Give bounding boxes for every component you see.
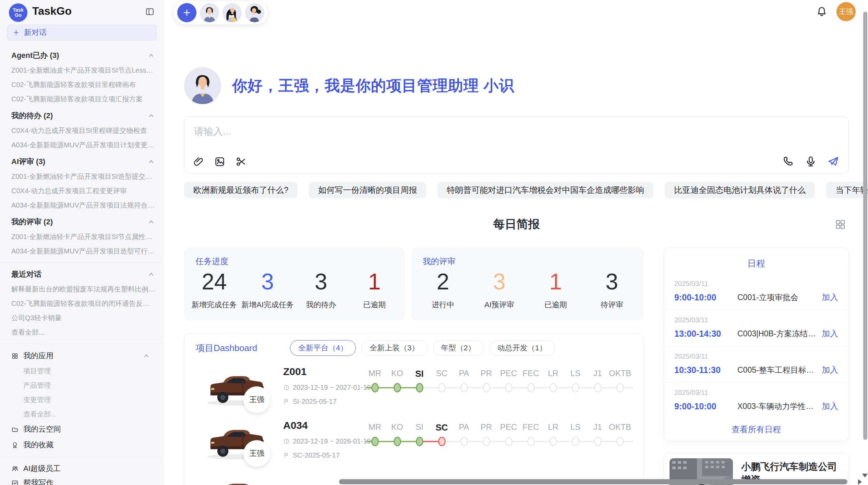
agent-avatar-2[interactable] <box>222 3 242 22</box>
project-code[interactable]: A034 <box>283 420 371 431</box>
send-icon[interactable] <box>827 155 840 167</box>
stat-card-0: 任务进度24新增完成任务3新增AI完成任务3我的待办1已逾期 <box>184 248 405 321</box>
chevron-up-icon[interactable] <box>148 52 155 59</box>
agent-avatar-1[interactable] <box>200 3 219 22</box>
suggestion-chip[interactable]: 当下年轻人对汽车外观有怎样的喜好趋势 <box>826 182 868 198</box>
dashboard-tab[interactable]: 年型（2） <box>433 340 484 356</box>
view-all-schedule-link[interactable]: 查看所有日程 <box>664 424 848 435</box>
scroll-down-arrow-icon[interactable] <box>862 474 868 477</box>
suggestion-chip[interactable]: 如何写一份清晰的项目周报 <box>309 182 426 198</box>
horizontal-scrollbar-thumb[interactable] <box>339 479 847 484</box>
vertical-scrollbar[interactable] <box>863 0 867 485</box>
scissors-icon[interactable] <box>235 156 247 167</box>
join-meeting-link[interactable]: 加入 <box>822 328 838 339</box>
milestone-label-MR: MR <box>364 422 386 433</box>
add-agent-button[interactable] <box>177 3 196 22</box>
schedule-name: C003|H0B-方案冻结评审 <box>732 328 817 339</box>
tool-item-writing-image-icon[interactable]: 帮我写作 <box>0 476 163 485</box>
sidebar-task-item[interactable]: C0X4-动力总成开发项目SI里程碑提交物检查 <box>0 123 163 138</box>
section-header[interactable]: Agent已办 (3) <box>0 48 163 63</box>
dashboard-tab[interactable]: 动总开发（1） <box>489 340 555 356</box>
recent-chat-item[interactable]: C02-飞腾新能源轻客改款项目的闭环通告反馈情况 <box>0 296 163 311</box>
phone-call-icon[interactable] <box>782 155 794 167</box>
my-cloud-item[interactable]: 我的云空间 <box>0 421 163 437</box>
attachment-icon[interactable] <box>193 156 204 167</box>
my-apps-header[interactable]: 我的应用 <box>0 348 163 364</box>
sidebar-task-item[interactable]: C02-飞腾新能源轻客改款项目立项汇报方案 <box>0 92 163 106</box>
stat-value: 3 <box>294 269 348 294</box>
item-label: 我的收藏 <box>23 440 155 450</box>
image-icon[interactable] <box>214 156 226 167</box>
sidebar-task-item[interactable]: C0X4-动力总成开发项目工程变更评审 <box>0 184 163 198</box>
section-header[interactable]: AI评审 (3) <box>0 154 163 169</box>
recent-chat-item[interactable]: 公司Q3轻卡销量 <box>0 311 163 325</box>
sidebar-task-item[interactable]: Z001-全新燃油轻卡产品开发项目SI造型提交物评审 <box>0 169 163 184</box>
chevron-up-icon[interactable] <box>143 352 150 359</box>
project-meta: Z0012023-12-19 ~ 2027-01-19SI-2025-05-17 <box>283 366 371 406</box>
plus-icon <box>12 29 20 36</box>
sidebar-task-item[interactable]: Z001-全新燃油皮卡产品开发项目SI节点Lesson Learn报告 <box>0 63 163 77</box>
tool-item-people-icon[interactable]: AI超级员工 <box>0 461 163 476</box>
sidebar-task-item[interactable]: C02-飞腾新能源轻客改款项目里程碑画布 <box>0 77 163 92</box>
milestone-label-LR: LR <box>542 422 564 433</box>
layout-grid-icon[interactable] <box>834 219 846 230</box>
vertical-scrollbar-thumb[interactable] <box>863 12 867 440</box>
chevron-up-icon[interactable] <box>148 219 155 225</box>
people-icon <box>11 465 19 472</box>
project-flag: SI-2025-05-17 <box>283 398 371 406</box>
section-header[interactable]: 我的待办 (2) <box>0 108 163 123</box>
app-sub-item[interactable]: 产品管理 <box>0 378 163 393</box>
chevron-up-icon[interactable] <box>148 158 155 165</box>
new-chat-button[interactable]: 新对话 <box>7 25 157 40</box>
notification-bell-icon[interactable] <box>816 6 828 17</box>
owner-badge: 王强 <box>243 440 270 467</box>
chevron-up-icon[interactable] <box>148 112 155 119</box>
chat-input[interactable] <box>193 124 840 139</box>
scroll-right-arrow-icon[interactable] <box>858 479 862 485</box>
dashboard-tab[interactable]: 全新上装（3） <box>361 340 427 356</box>
app-sub-item[interactable]: 查看全部... <box>0 407 163 421</box>
milestone-label-SC: SC <box>431 422 453 433</box>
stat-label: 已逾期 <box>348 300 401 310</box>
schedule-date: 2025/03/11 <box>674 316 838 324</box>
chevron-up-icon[interactable] <box>148 271 155 278</box>
join-meeting-link[interactable]: 加入 <box>822 292 838 303</box>
suggestion-chip[interactable]: 欧洲新规最近颁布了什么? <box>184 182 298 198</box>
suggestion-chip[interactable]: 特朗普可能对进口汽车增税会对中国车企造成哪些影响 <box>437 182 653 198</box>
input-tools <box>193 156 247 167</box>
app-sub-item[interactable]: 变更管理 <box>0 393 163 407</box>
recent-chat-item[interactable]: 解释最新出台的欧盟报废车法规再生塑料比例被调至15%... <box>0 282 163 296</box>
user-avatar[interactable]: 王强 <box>836 2 856 21</box>
sidebar-task-item[interactable]: A034-全新新能源MUV产品开发项目造型可行性评审 <box>0 244 163 258</box>
sidebar-task-item[interactable]: A034-全新新能源MUV产品开发项目法规符合性评审 <box>0 198 163 212</box>
sidebar-task-item[interactable]: Z001-全新燃油轻卡产品开发项目SI节点属性5D文件评审 <box>0 229 163 244</box>
agent-avatar-3[interactable] <box>245 3 264 22</box>
milestone-label-SI: SI <box>408 369 431 379</box>
sidebar: Task Go TaskGo 新对话 Agent已办 (3)Z001-全新燃油皮… <box>0 0 163 485</box>
app-sub-item[interactable]: 项目管理 <box>0 364 163 378</box>
stat-value: 3 <box>471 269 527 294</box>
suggestion-chip[interactable]: 比亚迪全固态电池计划具体说了什么 <box>665 182 815 198</box>
milestone-dots <box>364 436 635 449</box>
section-header[interactable]: 我的评审 (2) <box>0 214 163 229</box>
milestone-label-FEC: FEC <box>520 422 542 433</box>
stat-card-1: 我的评审2进行中3AI预评审1已逾期3待评审 <box>411 248 643 321</box>
sidebar-task-item[interactable]: A034-全新新能源MUV产品开发项目计划变更表编写 <box>0 138 163 152</box>
dashboard-tab[interactable]: 全新平台（4） <box>290 340 356 356</box>
join-meeting-link[interactable]: 加入 <box>822 401 838 412</box>
join-meeting-link[interactable]: 加入 <box>822 364 838 375</box>
recent-chats-header[interactable]: 最近对话 <box>0 267 163 282</box>
horizontal-scrollbar[interactable] <box>336 479 853 484</box>
stat-cell: 3待评审 <box>584 269 640 321</box>
stat-cell: 1已逾期 <box>348 269 401 321</box>
greeting-text: 你好，王强，我是你的项目管理助理 小识 <box>232 76 514 96</box>
stats-row: 任务进度24新增完成任务3新增AI完成任务3我的待办1已逾期我的评审2进行中3A… <box>184 248 643 321</box>
my-favorites-item[interactable]: 我的收藏 <box>0 437 163 453</box>
main-area: 王强 你好，王强，我是你的项目管理助理 小识 <box>163 0 868 485</box>
recent-chat-item[interactable]: 查看全部... <box>0 325 163 339</box>
collapse-sidebar-icon[interactable] <box>145 7 155 16</box>
microphone-icon[interactable] <box>805 155 817 167</box>
stat-card-title: 我的评审 <box>423 256 456 267</box>
daily-brief-title: 每日简报 <box>184 215 849 233</box>
project-code[interactable]: Z001 <box>283 366 371 377</box>
